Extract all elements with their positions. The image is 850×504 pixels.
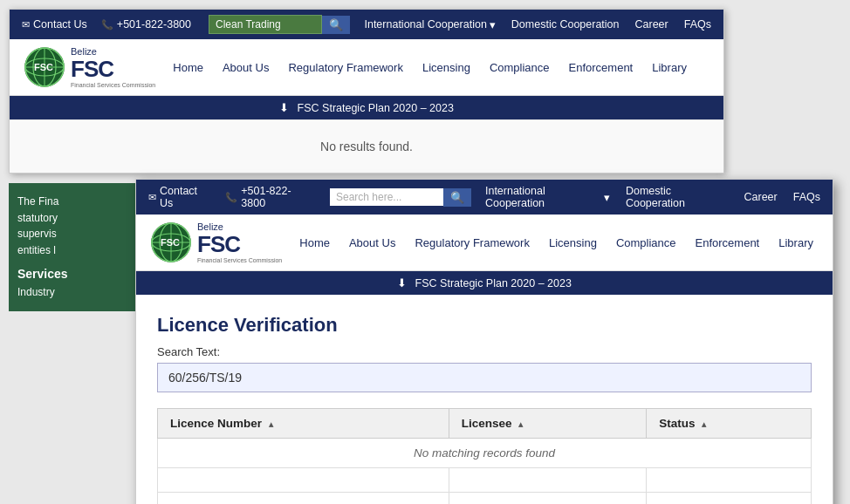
domestic-coop-1[interactable]: Domestic Cooperation bbox=[511, 18, 620, 31]
no-results-1: No results found. bbox=[10, 119, 723, 173]
logo-2[interactable]: FSC Belize FSC Financial Services Commis… bbox=[150, 221, 282, 263]
nav-compliance-2[interactable]: Compliance bbox=[616, 233, 676, 253]
email-icon-1: ✉ bbox=[22, 19, 30, 31]
main-nav-links-2: Home About Us Regulatory Framework Licen… bbox=[299, 233, 813, 253]
nav-licensing-1[interactable]: Licensing bbox=[422, 58, 470, 78]
svg-text:FSC: FSC bbox=[34, 62, 53, 72]
download-icon-1: ⬇ bbox=[279, 102, 289, 114]
main-nav-2: FSC Belize FSC Financial Services Commis… bbox=[136, 215, 833, 271]
search-wrap-2: 🔍 bbox=[330, 188, 471, 207]
licence-section: Licence Verification Search Text: Licenc… bbox=[136, 295, 833, 504]
logo-subtitle-2: Financial Services Commission bbox=[197, 257, 282, 264]
svg-text:FSC: FSC bbox=[161, 237, 180, 248]
search-input-2[interactable] bbox=[330, 188, 443, 206]
domestic-coop-2[interactable]: Domestic Cooperation bbox=[626, 185, 729, 209]
no-records-row: No matching records found bbox=[158, 439, 812, 468]
logo-fsc-1: FSC bbox=[71, 57, 155, 82]
col-status[interactable]: Status ▴ bbox=[647, 409, 812, 439]
banner-text-2: FSC Strategic Plan 2020 – 2023 bbox=[415, 277, 572, 289]
logo-text-1: Belize FSC Financial Services Commission bbox=[71, 46, 155, 88]
empty-row-2 bbox=[158, 493, 812, 504]
faqs-1[interactable]: FAQs bbox=[684, 18, 711, 31]
sort-arrow-2: ▴ bbox=[518, 419, 523, 429]
no-records-cell: No matching records found bbox=[158, 439, 812, 468]
window-1: ✉ Contact Us 📞 +501-822-3800 🔍 Internati… bbox=[9, 9, 724, 174]
col-licensee[interactable]: Licensee ▴ bbox=[449, 409, 646, 439]
side-panel-text: The Finastatutorysupervisentities l bbox=[17, 195, 58, 256]
side-panel: The Finastatutorysupervisentities l Serv… bbox=[9, 183, 144, 311]
nav-enforcement-2[interactable]: Enforcement bbox=[696, 233, 760, 253]
nav-regulatory-1[interactable]: Regulatory Framework bbox=[288, 58, 403, 78]
services-label: Services bbox=[17, 265, 135, 284]
career-2[interactable]: Career bbox=[744, 191, 778, 203]
search-label: Search Text: bbox=[157, 345, 812, 358]
main-nav-links-1: Home About Us Regulatory Framework Licen… bbox=[173, 58, 687, 78]
licence-title: Licence Verification bbox=[157, 314, 812, 337]
phone-icon-1: 📞 bbox=[101, 19, 113, 31]
search-wrap-1: 🔍 bbox=[209, 15, 350, 34]
topbar-2: ✉ Contact Us 📞 +501-822-3800 🔍 Internati… bbox=[136, 180, 833, 215]
chevron-down-icon-1: ▾ bbox=[490, 18, 496, 31]
contact-label-2: Contact Us bbox=[160, 185, 211, 209]
search-button-1[interactable]: 🔍 bbox=[322, 16, 350, 34]
globe-icon-1: FSC bbox=[24, 46, 65, 88]
phone-number-2: +501-822-3800 bbox=[241, 185, 312, 209]
faqs-2[interactable]: FAQs bbox=[793, 191, 820, 203]
sort-arrow-3: ▴ bbox=[702, 419, 706, 429]
contact-label-1: Contact Us bbox=[33, 18, 87, 31]
international-coop-1[interactable]: International Cooperation ▾ bbox=[364, 18, 495, 31]
email-icon-2: ✉ bbox=[148, 192, 156, 203]
contact-us-1[interactable]: ✉ Contact Us bbox=[22, 18, 87, 31]
licence-search-input[interactable] bbox=[157, 363, 812, 392]
sort-arrow-1: ▴ bbox=[269, 419, 273, 429]
nav-licensing-2[interactable]: Licensing bbox=[549, 233, 597, 253]
nav-regulatory-2[interactable]: Regulatory Framework bbox=[415, 233, 530, 253]
main-nav-1: FSC Belize FSC Financial Services Commis… bbox=[10, 39, 723, 96]
logo-fsc-2: FSC bbox=[197, 232, 282, 257]
topbar-1: ✉ Contact Us 📞 +501-822-3800 🔍 Internati… bbox=[10, 10, 723, 39]
phone-icon-2: 📞 bbox=[225, 192, 237, 203]
search-input-1[interactable] bbox=[209, 15, 322, 34]
nav-enforcement-1[interactable]: Enforcement bbox=[569, 58, 634, 78]
phone-number-1: +501-822-3800 bbox=[117, 18, 191, 31]
nav-home-2[interactable]: Home bbox=[299, 233, 330, 253]
phone-1[interactable]: 📞 +501-822-3800 bbox=[101, 18, 191, 31]
career-1[interactable]: Career bbox=[635, 18, 668, 31]
international-coop-2[interactable]: International Cooperation ▾ bbox=[485, 185, 610, 209]
banner-text-1: FSC Strategic Plan 2020 – 2023 bbox=[298, 102, 454, 114]
empty-row-1 bbox=[158, 468, 812, 493]
banner-1[interactable]: ⬇ FSC Strategic Plan 2020 – 2023 bbox=[10, 96, 723, 119]
logo-1[interactable]: FSC Belize FSC Financial Services Commis… bbox=[24, 46, 155, 88]
globe-icon-2: FSC bbox=[150, 221, 192, 263]
top-nav-2: International Cooperation ▾ Domestic Coo… bbox=[485, 185, 820, 209]
search-button-2[interactable]: 🔍 bbox=[443, 188, 471, 207]
col-licence-number[interactable]: Licence Number ▴ bbox=[158, 409, 449, 439]
chevron-down-icon-2: ▾ bbox=[604, 191, 610, 204]
table-header-row: Licence Number ▴ Licensee ▴ Status ▴ bbox=[158, 409, 812, 439]
industry-label: Industry bbox=[17, 286, 55, 298]
contact-us-2[interactable]: ✉ Contact Us bbox=[148, 185, 211, 209]
nav-library-2[interactable]: Library bbox=[778, 233, 813, 253]
top-nav-1: International Cooperation ▾ Domestic Coo… bbox=[364, 18, 711, 31]
results-table: Licence Number ▴ Licensee ▴ Status ▴ No … bbox=[157, 408, 812, 504]
nav-about-2[interactable]: About Us bbox=[349, 233, 395, 253]
phone-2[interactable]: 📞 +501-822-3800 bbox=[225, 185, 312, 209]
nav-library-1[interactable]: Library bbox=[652, 58, 687, 78]
nav-home-1[interactable]: Home bbox=[173, 58, 203, 78]
window-2: ✉ Contact Us 📞 +501-822-3800 🔍 Internati… bbox=[135, 179, 833, 504]
banner-2[interactable]: ⬇ FSC Strategic Plan 2020 – 2023 bbox=[136, 271, 833, 295]
nav-about-1[interactable]: About Us bbox=[223, 58, 269, 78]
logo-text-2: Belize FSC Financial Services Commission bbox=[197, 221, 282, 263]
download-icon-2: ⬇ bbox=[397, 277, 407, 289]
logo-subtitle-1: Financial Services Commission bbox=[71, 82, 155, 89]
nav-compliance-1[interactable]: Compliance bbox=[490, 58, 550, 78]
